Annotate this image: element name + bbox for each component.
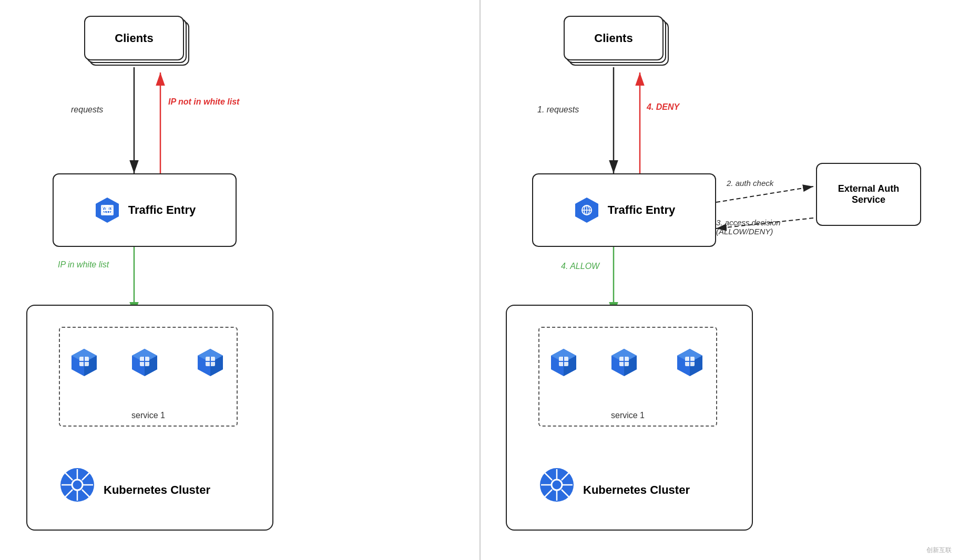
left-k8s-cluster: service 1 Kubernetes Cluster — [26, 305, 273, 531]
clients-label: Clients — [115, 32, 153, 45]
left-diagram: Clients — [0, 0, 479, 560]
left-cube-1 — [68, 346, 100, 379]
left-cube-3 — [194, 346, 227, 379]
right-k8s-label: Kubernetes Cluster — [583, 483, 690, 497]
left-cube-2 — [128, 346, 161, 379]
right-k8s-icon — [538, 466, 575, 503]
right-traffic-entry-box: Traffic Entry — [532, 173, 716, 247]
left-k8s-icon — [59, 466, 96, 503]
watermark: 创新互联 — [923, 545, 955, 556]
right-cube-3 — [674, 346, 706, 379]
client-card-front: Clients — [84, 16, 184, 60]
left-requests-label: requests — [71, 105, 103, 115]
right-allow-label: 4. ALLOW — [561, 262, 599, 271]
right-deny-label: 4. DENY — [647, 102, 679, 112]
ext-auth-label: External Auth Service — [838, 183, 899, 205]
right-diagram: Clients — [479, 0, 959, 560]
left-clients: Clients — [84, 16, 189, 68]
left-k8s-label: Kubernetes Cluster — [104, 483, 210, 497]
right-access-decision-label: 3. access decision(ALLOW/DENY) — [716, 218, 781, 236]
right-service-box: service 1 — [538, 327, 717, 427]
left-service-label: service 1 — [131, 411, 165, 420]
left-traffic-entry-label: Traffic Entry — [128, 203, 196, 217]
right-clients: Clients — [564, 16, 669, 68]
right-traffic-entry-label: Traffic Entry — [608, 203, 675, 217]
main-container: Clients — [0, 0, 959, 560]
left-ip-whitelist-label: IP in white list — [58, 260, 109, 269]
right-hex-icon — [573, 196, 600, 224]
left-ip-not-whitelist-label: IP not in white list — [168, 97, 239, 107]
left-hex-icon — [94, 196, 121, 224]
left-service-box: service 1 — [59, 327, 238, 427]
ext-auth-box: External Auth Service — [816, 163, 921, 226]
right-client-card-front: Clients — [564, 16, 664, 60]
right-cube-2 — [608, 346, 640, 379]
right-service-label: service 1 — [611, 411, 645, 420]
svg-line-50 — [716, 186, 813, 202]
right-cube-1 — [547, 346, 580, 379]
right-requests-label: 1. requests — [537, 105, 579, 115]
left-traffic-entry-box: Traffic Entry — [53, 173, 237, 247]
right-clients-label: Clients — [594, 32, 632, 45]
right-k8s-cluster: service 1 Kubernetes Cluster — [506, 305, 753, 531]
right-auth-check-label: 2. auth check — [727, 179, 773, 188]
